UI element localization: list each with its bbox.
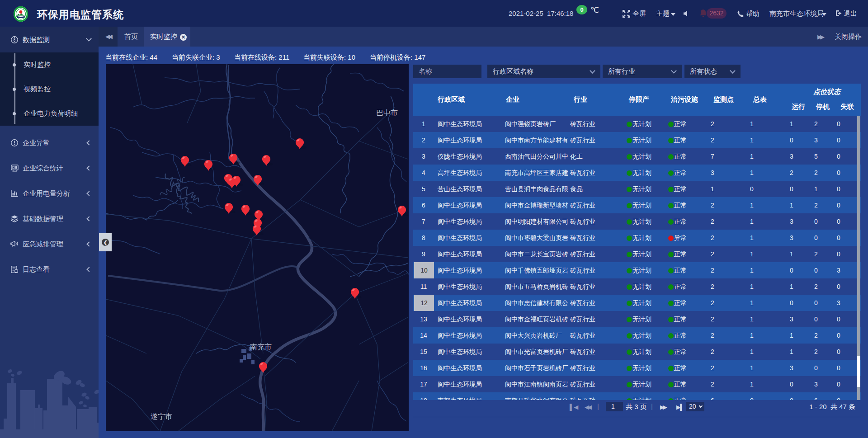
svg-text:遂宁市: 遂宁市: [151, 413, 172, 420]
svg-text:巴中市: 巴中市: [376, 109, 398, 117]
svg-text:南充市: 南充市: [250, 343, 272, 351]
